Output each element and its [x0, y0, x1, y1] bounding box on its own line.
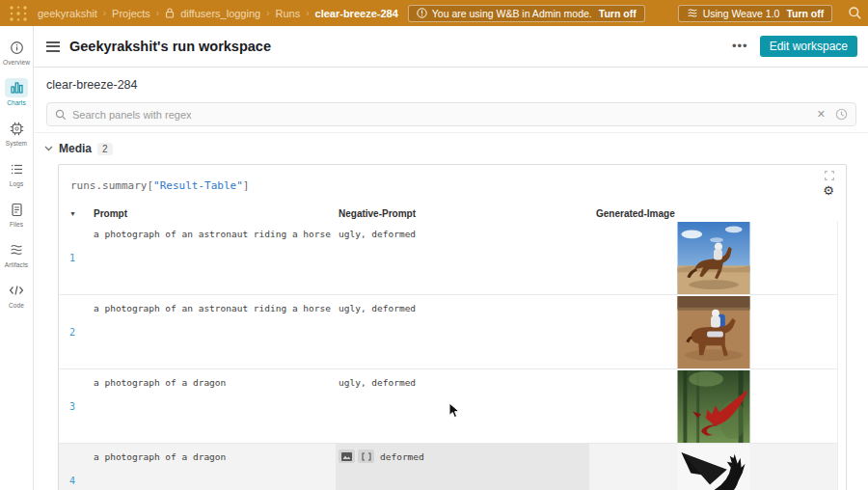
sidebar-item-system[interactable]: System: [0, 119, 34, 159]
info-circle-icon: [10, 41, 24, 55]
column-header-negative-prompt[interactable]: Negative-Prompt: [336, 208, 589, 219]
bar-chart-icon: [10, 81, 24, 95]
generated-image-cell[interactable]: [589, 369, 838, 443]
weave-banner: Using Weave 1.0 Turn off: [678, 5, 833, 22]
generated-image-cell[interactable]: [589, 221, 838, 294]
sidebar-item-artifacts[interactable]: Artifacts: [0, 240, 34, 281]
column-header-prompt[interactable]: Prompt: [91, 208, 336, 219]
cell-expand-icon[interactable]: [358, 449, 374, 463]
sidebar-label: Overview: [3, 59, 30, 66]
weave-turn-off-button[interactable]: Turn off: [786, 8, 824, 19]
sidebar-label: Charts: [7, 99, 26, 106]
table-row[interactable]: 3 a photograph of a dragon ugly, deforme…: [59, 369, 837, 444]
generated-image-astronaut-riding-horse-track[interactable]: [677, 296, 750, 368]
wandb-logo-icon[interactable]: [9, 5, 28, 22]
file-document-icon: [11, 203, 23, 217]
clear-search-icon[interactable]: ✕: [817, 108, 826, 121]
top-navigation-bar: geekyrakshit › Projects › diffusers_logg…: [0, 0, 868, 26]
sidebar-item-code[interactable]: Code: [0, 281, 34, 321]
panel-title-prefix: runs.summary[: [70, 179, 153, 192]
run-name: clear-breeze-284: [46, 78, 138, 92]
column-header-generated-image[interactable]: Generated-Image: [589, 208, 838, 219]
breadcrumb-separator: ›: [156, 8, 159, 18]
negative-prompt-cell[interactable]: ugly, deformed: [336, 369, 589, 443]
negative-prompt-text: deformed: [380, 449, 424, 462]
media-section-header[interactable]: Media 2: [44, 142, 113, 155]
sidebar-item-files[interactable]: Files: [0, 200, 34, 240]
info-icon: [417, 8, 427, 18]
fullscreen-expand-icon[interactable]: [825, 171, 834, 180]
search-input[interactable]: [72, 109, 817, 121]
breadcrumb-run-name[interactable]: clear-breeze-284: [315, 8, 398, 19]
main-content: Geekyrakshit's run workspace ••• Edit wo…: [34, 26, 868, 490]
prompt-cell[interactable]: a photograph of a dragon: [91, 444, 336, 490]
overflow-menu-icon[interactable]: •••: [732, 41, 748, 51]
section-divider: [34, 132, 868, 133]
prompt-cell[interactable]: a photograph of an astronaut riding a ho…: [91, 221, 336, 294]
panel-search-bar[interactable]: ✕: [46, 102, 856, 126]
panel-title-key: "Result-Table": [153, 179, 243, 192]
admin-mode-banner: You are using W&B in Admin mode. Turn of…: [408, 5, 645, 22]
sidebar-item-charts[interactable]: Charts: [0, 78, 34, 119]
media-panel-count-badge: 2: [97, 143, 113, 155]
row-index[interactable]: 1: [59, 253, 91, 263]
search-icon[interactable]: [848, 6, 862, 20]
negative-prompt-cell[interactable]: deformed: [336, 444, 589, 490]
table-filter-icon[interactable]: ▼: [59, 210, 91, 217]
weave-icon: [687, 8, 698, 18]
result-table-panel[interactable]: runs.summary["Result-Table"] ⚙ ▼ Prompt …: [58, 164, 847, 490]
panel-title-suffix: ]: [243, 179, 250, 192]
generated-image-black-dragon-silhouette[interactable]: [677, 445, 750, 490]
sidebar-label: Files: [10, 221, 23, 228]
search-icon: [55, 109, 67, 121]
artifacts-layers-icon: [10, 243, 23, 257]
table-row[interactable]: 1 a photograph of an astronaut riding a …: [59, 221, 837, 295]
generated-image-astronaut-riding-horse-desert[interactable]: [677, 222, 750, 294]
weave-banner-text: Using Weave 1.0: [703, 8, 780, 19]
sidebar-item-logs[interactable]: Logs: [0, 159, 34, 200]
row-index[interactable]: 2: [59, 327, 91, 338]
menu-hamburger-icon[interactable]: [46, 41, 60, 52]
admin-banner-text: You are using W&B in Admin mode.: [432, 8, 592, 19]
breadcrumb-project[interactable]: diffusers_logging: [180, 8, 260, 19]
breadcrumb-entity[interactable]: geekyrakshit: [38, 8, 97, 19]
breadcrumb: geekyrakshit › Projects › diffusers_logg…: [38, 8, 398, 19]
sidebar-label: Artifacts: [5, 261, 28, 268]
lock-icon: [165, 8, 175, 18]
run-sidebar: Overview Charts System: [0, 26, 34, 490]
breadcrumb-separator: ›: [306, 8, 309, 18]
cell-media-panel-icon[interactable]: [339, 449, 355, 463]
generated-image-cell[interactable]: [589, 295, 838, 368]
sidebar-label: Logs: [10, 180, 24, 187]
breadcrumb-projects[interactable]: Projects: [112, 8, 150, 19]
table-body: 1 a photograph of an astronaut riding a …: [59, 221, 838, 490]
admin-turn-off-button[interactable]: Turn off: [599, 8, 637, 19]
negative-prompt-cell[interactable]: ugly, deformed: [336, 295, 589, 368]
log-list-icon: [10, 163, 24, 176]
table-row[interactable]: 4 a photograph of a dragon deformed: [59, 444, 837, 490]
workspace-header: Geekyrakshit's run workspace ••• Edit wo…: [34, 26, 868, 68]
breadcrumb-runs[interactable]: Runs: [276, 8, 301, 19]
prompt-cell[interactable]: a photograph of an astronaut riding a ho…: [91, 295, 336, 368]
negative-prompt-cell[interactable]: ugly, deformed: [336, 221, 589, 294]
chevron-down-icon: [44, 146, 53, 151]
media-section-label: Media: [59, 142, 92, 155]
generated-image-cell[interactable]: [589, 444, 838, 490]
sidebar-label: System: [6, 140, 27, 147]
prompt-cell[interactable]: a photograph of a dragon: [91, 369, 336, 443]
panel-settings-gear-icon[interactable]: ⚙: [823, 184, 834, 197]
generated-image-red-dragon-forest[interactable]: [677, 370, 750, 443]
row-index[interactable]: 3: [59, 401, 91, 412]
row-index[interactable]: 4: [59, 476, 91, 486]
panel-title: runs.summary["Result-Table"]: [70, 179, 249, 192]
sidebar-label: Code: [9, 302, 24, 309]
breadcrumb-separator: ›: [266, 8, 269, 18]
table-row[interactable]: 2 a photograph of an astronaut riding a …: [59, 295, 837, 369]
sidebar-item-overview[interactable]: Overview: [0, 38, 34, 78]
workspace-title: Geekyrakshit's run workspace: [69, 39, 271, 54]
edit-workspace-button[interactable]: Edit workspace: [760, 36, 857, 57]
history-clock-icon[interactable]: [835, 108, 848, 121]
breadcrumb-separator: ›: [103, 8, 106, 18]
table-header-row: ▼ Prompt Negative-Prompt Generated-Image: [59, 206, 838, 221]
cpu-chip-icon: [10, 122, 24, 136]
